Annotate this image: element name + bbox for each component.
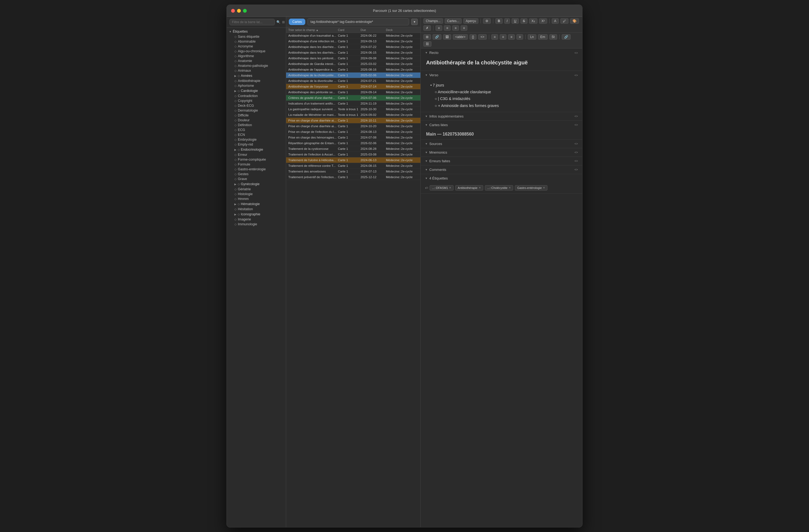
sidebar-item-definition[interactable]: ◇ Définition [227,123,286,127]
close-button[interactable] [231,9,235,13]
table-row[interactable]: Répartition géographie de Entam... Carte… [286,140,420,146]
eraser-button[interactable]: ✗ [424,25,431,31]
sidebar-item-imagerie[interactable]: ◇ Imagerie [227,217,286,222]
tag-remove-button[interactable]: ✕ [509,186,511,189]
table-row[interactable]: Prise en charge des hémorragies... Carte… [286,135,420,140]
code-icon[interactable]: <> [574,123,578,126]
tag-remove-button[interactable]: ✕ [449,186,451,189]
layout-icon[interactable]: ⊞ [282,20,285,24]
table-row[interactable]: Traitement de l'ulcère à Hélicoba... Car… [286,157,420,163]
code-button[interactable]: {} [469,34,477,40]
table-row[interactable]: La gastropathie radique survient ... Tex… [286,106,420,112]
sidebar-item-dermatologie[interactable]: ◇ Dermatologie [227,108,286,113]
subscript-button[interactable]: X₂ [529,18,537,24]
etiquettes-header[interactable]: ▼ 4 Étiquettes [421,174,582,182]
col-name[interactable]: Trier selon le champ ▲ [288,28,337,32]
color-button[interactable]: A [552,18,559,24]
fullscreen-button[interactable] [243,9,247,13]
sidebar-item-hematologie[interactable]: ◇ Hématologie [227,201,286,207]
link2-button[interactable]: 🔗 [562,34,571,40]
tag-remove-button[interactable]: ✕ [543,186,545,189]
table-row[interactable]: Prise en charge d'une diarrhée ai... Car… [286,118,420,123]
code-icon[interactable]: <> [574,114,578,118]
sidebar-item-deck-ecg[interactable]: ◇ Deck-ECG [227,103,286,108]
sidebar-item-gastro[interactable]: ◇ Gastro-entérologie [227,167,286,172]
col-due[interactable]: Due [361,28,385,32]
sidebar-item-hmmm[interactable]: ◇ Hmmm [227,196,286,201]
sidebar-item-formule[interactable]: ◇ Formule [227,162,286,167]
sidebar-item-algorithme[interactable]: ◇ Algorithme [227,54,286,58]
erreurs-header[interactable]: ▼ Erreurs faites <> [421,157,582,165]
minimize-button[interactable] [237,9,241,13]
sidebar-item-erreur[interactable]: ◇ Erreur [227,152,286,157]
sidebar-item-antibiotherapie[interactable]: ◇ Antibiothérapie [227,78,286,83]
sidebar-item-aigu[interactable]: ◇ Aigu-ou-chronique [227,49,286,54]
code-icon[interactable]: <> [574,74,578,77]
gear-button[interactable]: ⚙ [483,18,491,24]
indent2-button[interactable]: ≡ [508,34,515,40]
col-card[interactable]: Card [338,28,360,32]
chain-button[interactable]: ⛓ [424,41,431,47]
sidebar-item-gynecologie[interactable]: ◇ Gynécologie [227,181,286,187]
table-row[interactable]: Antibiothérapie d'un traumatisé a... Car… [286,33,420,38]
abbr-button[interactable]: <abbr> [453,34,468,40]
col-deck[interactable]: Deck [386,28,418,32]
sidebar-item-hesitation[interactable]: ◇ Hésitation [227,207,286,212]
sidebar-item-iconographie[interactable]: ◇ Iconographie [227,212,286,217]
sidebar-root-etiquettes[interactable]: Étiquettes [227,29,286,34]
align-button[interactable]: ≡ [516,34,523,40]
paint-button[interactable]: 🎨 [570,18,579,24]
tag-remove-button[interactable]: ✕ [479,186,481,189]
table-row[interactable]: Indications d'un traitement antifo... Ca… [286,101,420,106]
comments-header[interactable]: ▼ Comments <> [421,165,582,174]
code-icon[interactable]: <> [574,51,578,54]
sidebar-item-geriatrie[interactable]: ◇ Gériatrie [227,187,286,192]
table-row[interactable]: Antibiothérapie dans les diarrhés... Car… [286,50,420,55]
code-icon[interactable]: <> [574,150,578,154]
sidebar-item-gestes[interactable]: ◇ Gestes [227,172,286,177]
ln-button[interactable]: Ln [528,34,536,40]
ol-button[interactable]: ≡ [444,25,451,31]
superscript-button[interactable]: X² [539,18,547,24]
sidebar-item-ecn[interactable]: ◇ ECN [227,132,286,137]
table-row[interactable]: Prise en charge d'une diarrhée ai... Car… [286,123,420,129]
table-row[interactable]: Antibiothérapie dans les péritonit... Ca… [286,55,420,61]
bold-button[interactable]: B [495,18,503,24]
table-row[interactable]: Antibiothérapie dans les diarrhée... Car… [286,44,420,50]
recto-section-header[interactable]: ▼ Recto <> [421,49,582,57]
sidebar-item-sans-etiquette[interactable]: ◇ Sans étiquette [227,34,286,39]
mnemonics-header[interactable]: ▼ Mnemonics <> [421,148,582,157]
st-button[interactable]: St [549,34,557,40]
table-row[interactable]: Traitement de la cysticercose Carte 1 20… [286,146,420,152]
sidebar-item-copyright[interactable]: ◇ Copyright [227,99,286,103]
apercu-button[interactable]: Aperçu [463,18,478,24]
table-row[interactable]: Traitement des amoeboses Carte 1 2024-07… [286,169,420,174]
sidebar-item-forme-compliquee[interactable]: ◇ Forme-compliquée [227,157,286,162]
sidebar-item-contradiction[interactable]: ◇ Contradiction [227,93,286,99]
sources-header[interactable]: ▼ Sources <> [421,140,582,148]
sidebar-item-animaux[interactable]: ◇ Animaux [227,68,286,73]
strikethrough-button[interactable]: S [520,18,528,24]
link-button[interactable]: 🔗 [433,34,442,40]
sidebar-item-embryologie[interactable]: ◇ Embryologie [227,137,286,142]
indent-button[interactable]: ≡ [452,25,459,31]
sidebar-item-histologie[interactable]: ◇ Histologie [227,192,286,196]
sidebar-item-aphorisme[interactable]: ◇ Aphorisme [227,83,286,88]
sidebar-item-abominable[interactable]: ◇ Abominable [227,39,286,44]
sidebar-item-grave[interactable]: ◇ Grave [227,177,286,181]
sidebar-item-empty-nid[interactable]: ◇ Empty-nid [227,142,286,147]
image-button[interactable]: 🖼 [443,34,451,40]
verso-section-header[interactable]: ▼ Verso <> [421,71,582,79]
table-row[interactable]: Antibiothérapie de la diverticulite ... … [286,78,420,84]
sidebar-item-acronyme[interactable]: ◇ Acronyme [227,44,286,49]
highlight-button[interactable]: 🖊 [561,18,568,24]
table-row[interactable]: Antibiothérapie des péritonite se... Car… [286,89,420,95]
html-button[interactable]: <> [478,34,487,40]
table-row[interactable]: Traitement de l'infection à Ascari... Ca… [286,152,420,157]
sidebar-item-cardiologie[interactable]: ◇ Cardiologie [227,88,286,93]
outdent-button[interactable]: ≡ [461,25,467,31]
search-dropdown[interactable]: ▾ [411,19,418,25]
table-button[interactable]: ⊞ [424,34,431,40]
sidebar-item-anatomie[interactable]: ◇ Anatomie [227,58,286,63]
code-icon[interactable]: <> [574,168,578,171]
